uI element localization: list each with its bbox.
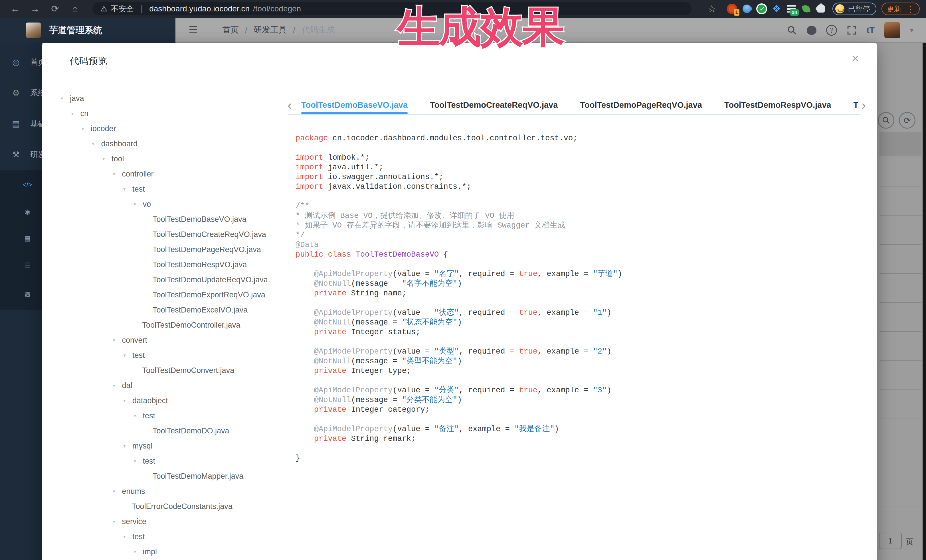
tree-dir[interactable]: ▾test bbox=[57, 454, 300, 469]
tree-file[interactable]: ToolTestDemoBaseVO.java bbox=[57, 212, 300, 227]
tree-dir[interactable]: ▾dataobject bbox=[57, 393, 300, 408]
avatar-caret-icon[interactable]: ▾ bbox=[910, 26, 914, 34]
tree-file[interactable]: ToolTestDemoMapper.java bbox=[57, 469, 300, 484]
tree-file[interactable]: ToolTestDemoController.java bbox=[57, 318, 300, 333]
tree-dir[interactable]: ▾mysql bbox=[57, 439, 300, 454]
caret-down-icon[interactable]: ▾ bbox=[113, 337, 122, 343]
caret-down-icon[interactable]: ▾ bbox=[134, 549, 143, 555]
tab-ToolTe[interactable]: ToolTe bbox=[853, 96, 858, 114]
tree-dir[interactable]: ▾vo bbox=[57, 197, 300, 212]
tree-file[interactable]: ToolTestDemoExportReqVO.java bbox=[57, 287, 300, 302]
tab-ToolTestDemoCreateReqVO.java[interactable]: ToolTestDemoCreateReqVO.java bbox=[430, 96, 558, 114]
sidebar-subitem[interactable]: ☰系 bbox=[0, 254, 42, 276]
list-extension-icon[interactable]: on bbox=[785, 3, 797, 15]
tree-dir[interactable]: ▾convert bbox=[57, 333, 300, 348]
caret-down-icon[interactable]: ▾ bbox=[113, 383, 122, 389]
tree-dir[interactable]: ▾java bbox=[57, 91, 300, 106]
caret-down-icon[interactable]: ▾ bbox=[113, 488, 122, 494]
tree-dir[interactable]: ▾enums bbox=[57, 484, 300, 499]
tree-dir[interactable]: ▾dashboard bbox=[57, 136, 300, 151]
tree-file[interactable]: ToolTestDemoRespVO.java bbox=[57, 257, 300, 272]
back-icon[interactable]: ← bbox=[6, 0, 24, 18]
address-bar[interactable]: ⚠ 不安全 dashboard.yudao.iocoder.cn /tool/c… bbox=[92, 2, 691, 15]
tab-ToolTestDemoRespVO.java[interactable]: ToolTestDemoRespVO.java bbox=[724, 96, 831, 114]
search-icon[interactable] bbox=[787, 25, 797, 35]
extensions-puzzle-icon[interactable] bbox=[815, 3, 827, 15]
sidebar-subitem[interactable]: </>代 bbox=[0, 174, 42, 196]
help-icon[interactable]: ? bbox=[826, 25, 837, 36]
tree-dir[interactable]: ▾tool bbox=[57, 151, 300, 166]
sidebar-item[interactable]: ◎首页 bbox=[0, 51, 42, 74]
table-refresh-button[interactable]: ⟳ bbox=[899, 112, 915, 128]
bookmark-star-icon[interactable]: ☆ bbox=[703, 0, 720, 18]
breadcrumb-item[interactable]: 首页 bbox=[222, 24, 239, 36]
caret-down-icon[interactable]: ▾ bbox=[113, 519, 122, 525]
tree-dir[interactable]: ▾test bbox=[57, 182, 300, 197]
caret-down-icon[interactable]: ▾ bbox=[134, 458, 143, 464]
sidebar-subitem[interactable]: ◉代 bbox=[0, 200, 42, 223]
sidebar-item[interactable]: ⚙系统 bbox=[0, 82, 42, 104]
home-icon[interactable]: ⌂ bbox=[66, 0, 84, 18]
sidebar-item[interactable]: ▤基础 bbox=[0, 112, 42, 135]
caret-down-icon[interactable]: ▾ bbox=[123, 443, 132, 449]
font-size-icon[interactable]: tT bbox=[867, 26, 875, 35]
tree-dir[interactable]: ▾service bbox=[57, 514, 300, 529]
sidebar-subitem[interactable]: ▦表 bbox=[0, 227, 42, 250]
caret-down-icon[interactable]: ▾ bbox=[134, 201, 143, 207]
tree-file[interactable]: ToolTestDemoUpdateReqVO.java bbox=[57, 272, 300, 287]
tree-dir[interactable]: ▾cn bbox=[57, 106, 300, 121]
user-avatar[interactable] bbox=[884, 22, 900, 38]
check-extension-icon[interactable]: ✓ bbox=[755, 3, 768, 15]
page-number-input[interactable]: 1 bbox=[879, 533, 902, 549]
leaf-extension-icon[interactable] bbox=[800, 3, 813, 15]
tree-dir[interactable]: ▾test bbox=[57, 348, 300, 363]
tree-dir[interactable]: ▾test bbox=[57, 529, 300, 544]
caret-down-icon[interactable]: ▾ bbox=[103, 156, 112, 162]
tab-ToolTestDemoBaseVO.java[interactable]: ToolTestDemoBaseVO.java bbox=[301, 96, 408, 114]
code-line bbox=[295, 415, 622, 424]
tab-ToolTestDemoPageReqVO.java[interactable]: ToolTestDemoPageReqVO.java bbox=[580, 96, 702, 114]
caret-down-icon[interactable]: ▾ bbox=[71, 111, 80, 116]
tree-file[interactable]: ToolTestDemoDO.java bbox=[57, 423, 300, 439]
forward-icon[interactable]: → bbox=[26, 0, 44, 18]
diamond-extension-icon[interactable]: ❖ bbox=[770, 3, 783, 15]
tree-file[interactable]: ToolTestDemoExcelVO.java bbox=[57, 302, 300, 318]
tree-dir[interactable]: ▾dal bbox=[57, 378, 300, 393]
sidebar-collapse-icon[interactable]: ☰ bbox=[189, 24, 198, 36]
tabs-prev-icon[interactable]: ‹ bbox=[287, 98, 292, 112]
tree-dir[interactable]: ▾iocoder bbox=[57, 121, 300, 136]
sidebar-item[interactable]: ⚒研发 bbox=[0, 143, 42, 166]
caret-down-icon[interactable]: ▾ bbox=[123, 398, 132, 404]
caret-down-icon[interactable]: ▾ bbox=[82, 126, 91, 132]
table-search-button[interactable] bbox=[878, 112, 894, 128]
caret-down-icon[interactable]: ▾ bbox=[61, 95, 70, 101]
tree-file[interactable]: ToolTestDemoPageReqVO.java bbox=[57, 242, 300, 257]
caret-down-icon[interactable]: ▾ bbox=[92, 141, 101, 147]
github-icon[interactable] bbox=[807, 26, 817, 35]
caret-down-icon[interactable]: ▾ bbox=[113, 171, 122, 177]
tree-file[interactable]: ToolErrorCodeConstants.java bbox=[57, 499, 300, 514]
tree-dir[interactable]: ▾controller bbox=[57, 166, 300, 182]
fullscreen-icon[interactable] bbox=[847, 25, 857, 35]
profile-paused-button[interactable]: 已暂停 bbox=[832, 3, 876, 15]
caret-down-icon[interactable]: ▾ bbox=[134, 413, 143, 419]
tree-dir[interactable]: ▾impl bbox=[57, 544, 300, 559]
browser-menu-icon[interactable]: ⋮ bbox=[906, 4, 915, 14]
browser-update-button[interactable]: 更新 ⋮ bbox=[882, 3, 920, 15]
drop-extension-icon[interactable] bbox=[741, 3, 753, 15]
breadcrumb-item[interactable]: 研发工具 bbox=[254, 24, 287, 36]
caret-down-icon[interactable]: ▾ bbox=[123, 352, 132, 358]
tree-dir[interactable]: ▾test bbox=[57, 408, 300, 423]
security-label[interactable]: 不安全 bbox=[111, 4, 134, 14]
caret-down-icon[interactable]: ▾ bbox=[123, 186, 132, 192]
tree-label: dataobject bbox=[132, 396, 168, 405]
caret-down-icon[interactable]: ▾ bbox=[123, 534, 132, 540]
close-icon[interactable]: × bbox=[852, 51, 859, 66]
brand-block: 芋道管理系统 bbox=[0, 18, 176, 43]
reload-icon[interactable]: ⟳ bbox=[46, 0, 64, 18]
tabs-next-icon[interactable]: › bbox=[861, 98, 866, 112]
sidebar-subitem[interactable]: ▩数 bbox=[0, 282, 42, 305]
tree-file[interactable]: ToolTestDemoCreateReqVO.java bbox=[57, 227, 300, 242]
ubuntu-extension-icon[interactable]: 1 bbox=[726, 3, 738, 15]
tree-file[interactable]: ToolTestDemoConvert.java bbox=[57, 363, 300, 378]
